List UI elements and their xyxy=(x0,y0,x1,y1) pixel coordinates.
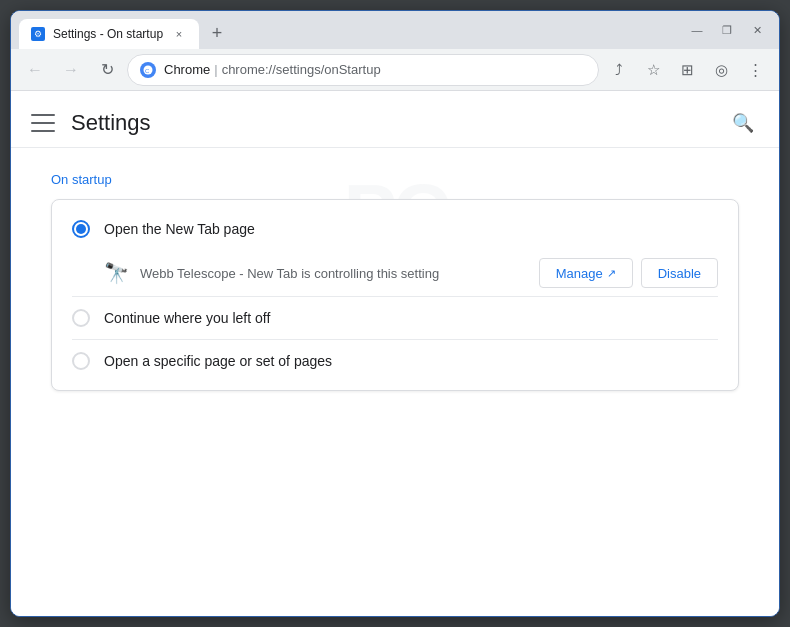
bookmark-icon[interactable]: ☆ xyxy=(637,54,669,86)
tab-strip: ⚙ Settings - On startup × + xyxy=(11,11,675,49)
active-tab[interactable]: ⚙ Settings - On startup × xyxy=(19,19,199,49)
settings-header: Settings 🔍 xyxy=(11,91,779,148)
svg-text:C: C xyxy=(145,67,150,73)
section-label: On startup xyxy=(51,172,739,187)
option-continue-label: Continue where you left off xyxy=(104,310,270,326)
tab-favicon: ⚙ xyxy=(31,27,45,41)
title-bar: ⚙ Settings - On startup × + — ❐ ✕ xyxy=(11,11,779,49)
option-specific-pages-row[interactable]: Open a specific page or set of pages xyxy=(52,340,738,382)
maximize-button[interactable]: ❐ xyxy=(713,16,741,44)
close-button[interactable]: ✕ xyxy=(743,16,771,44)
address-path: chrome://settings/onStartup xyxy=(222,62,381,77)
settings-search-icon[interactable]: 🔍 xyxy=(727,107,759,139)
address-origin: Chrome xyxy=(164,62,210,77)
settings-body: PC On startup Open the New Tab page 🔭 We… xyxy=(11,148,779,415)
browser-window: ⚙ Settings - On startup × + — ❐ ✕ ← → ↻ … xyxy=(10,10,780,617)
content-area: Settings 🔍 PC On startup Open the New Ta… xyxy=(11,91,779,616)
toolbar-actions: ⤴ ☆ ⊞ ◎ ⋮ xyxy=(603,54,771,86)
external-link-icon: ↗ xyxy=(607,267,616,280)
hamburger-menu-icon[interactable] xyxy=(31,114,55,132)
extension-icon: 🔭 xyxy=(104,261,128,285)
settings-page-title: Settings xyxy=(71,110,151,136)
radio-specific-pages[interactable] xyxy=(72,352,90,370)
option-new-tab-row[interactable]: Open the New Tab page xyxy=(52,208,738,250)
tab-close-button[interactable]: × xyxy=(171,26,187,42)
new-tab-button[interactable]: + xyxy=(203,19,231,47)
tab-title: Settings - On startup xyxy=(53,27,163,41)
disable-extension-button[interactable]: Disable xyxy=(641,258,718,288)
address-separator: | xyxy=(214,62,217,77)
radio-continue[interactable] xyxy=(72,309,90,327)
option-specific-pages-label: Open a specific page or set of pages xyxy=(104,353,332,369)
minimize-button[interactable]: — xyxy=(683,16,711,44)
extension-text: Webb Telescope - New Tab is controlling … xyxy=(140,266,527,281)
startup-options-card: Open the New Tab page 🔭 Webb Telescope -… xyxy=(51,199,739,391)
window-controls: — ❐ ✕ xyxy=(675,11,779,49)
profile-icon[interactable]: ◎ xyxy=(705,54,737,86)
extension-control-row: 🔭 Webb Telescope - New Tab is controllin… xyxy=(52,250,738,296)
extension-actions: Manage ↗ Disable xyxy=(539,258,718,288)
option-continue-row[interactable]: Continue where you left off xyxy=(52,297,738,339)
address-bar[interactable]: C Chrome | chrome://settings/onStartup xyxy=(127,54,599,86)
share-icon[interactable]: ⤴ xyxy=(603,54,635,86)
reload-button[interactable]: ↻ xyxy=(91,54,123,86)
site-security-icon: C xyxy=(140,62,156,78)
toolbar: ← → ↻ C Chrome | chrome://settings/onSta… xyxy=(11,49,779,91)
radio-new-tab[interactable] xyxy=(72,220,90,238)
menu-icon-btn[interactable]: ⋮ xyxy=(739,54,771,86)
option-new-tab-label: Open the New Tab page xyxy=(104,221,255,237)
back-button[interactable]: ← xyxy=(19,54,51,86)
settings-title-area: Settings xyxy=(31,110,151,136)
forward-button[interactable]: → xyxy=(55,54,87,86)
address-text: Chrome | chrome://settings/onStartup xyxy=(164,62,586,77)
extensions-icon[interactable]: ⊞ xyxy=(671,54,703,86)
manage-extension-button[interactable]: Manage ↗ xyxy=(539,258,633,288)
